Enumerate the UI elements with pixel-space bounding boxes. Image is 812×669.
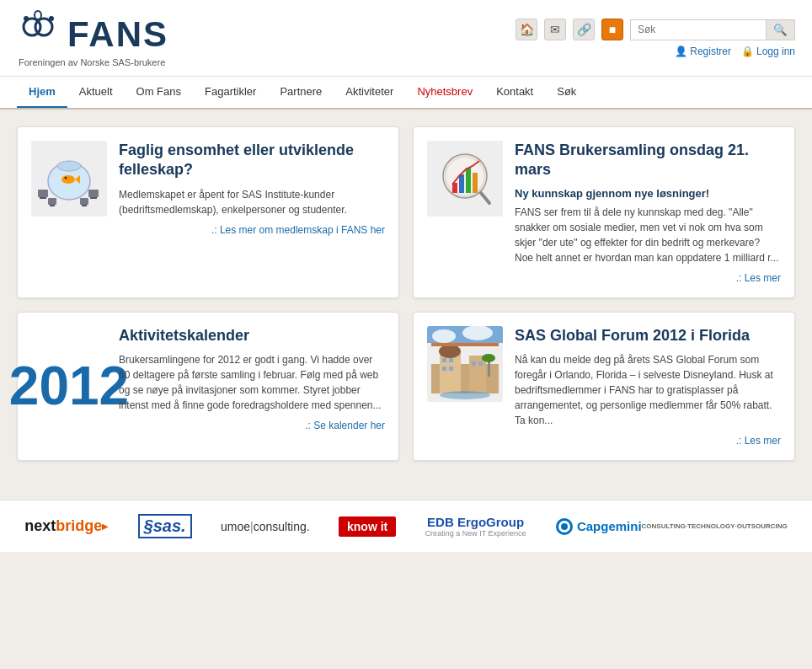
sponsor-nextbridge[interactable]: nextbridge ▶: [24, 517, 109, 535]
nav-link-partnere[interactable]: Partnere: [268, 77, 334, 106]
logo-tagline: Foreningen av Norske SAS-brukere: [19, 57, 168, 67]
login-link[interactable]: 🔒 Logg inn: [741, 45, 795, 57]
card-brukersamling-body: FANS Brukersamling onsdag 21. mars Ny ku…: [515, 141, 781, 284]
sponsor-capgemini[interactable]: Capgemini CONSULTING·TECHNOLOGY·OUTSOURC…: [555, 517, 788, 536]
card-aktivitetskalender-year: 2012: [31, 326, 107, 447]
nav-link-nyhetsbrev[interactable]: Nyhetsbrev: [405, 77, 484, 106]
sponsors-bar: nextbridge ▶ §sas. umoe|consulting. know…: [0, 500, 812, 552]
nav-item-sok: Søk: [545, 77, 588, 108]
logo-icon: [17, 8, 61, 61]
svg-rect-22: [466, 168, 471, 193]
nav-item-hjem: Hjem: [17, 77, 67, 108]
nav-link-aktiviteter[interactable]: Aktiviteter: [334, 77, 405, 106]
card-global-forum-body: SAS Global Forum 2012 i Florida Nå kan d…: [515, 326, 781, 447]
svg-rect-34: [472, 361, 476, 366]
sponsor-umoe[interactable]: umoe|consulting.: [221, 520, 310, 533]
logo: FANS: [17, 8, 168, 61]
svg-point-41: [440, 391, 490, 399]
nav-link-hjem[interactable]: Hjem: [17, 77, 67, 108]
nav-item-kontakt: Kontakt: [484, 77, 545, 108]
svg-rect-11: [40, 197, 46, 199]
cards-grid: Faglig ensomhet eller utviklende fellesk…: [17, 126, 795, 461]
svg-rect-36: [488, 360, 490, 377]
card-aktivitetskalender-title: Aktivitetskalender: [119, 326, 385, 345]
svg-rect-23: [473, 173, 478, 193]
card-aktivitetskalender-link[interactable]: .: Se kalender her: [119, 420, 385, 431]
nav-link-omfans[interactable]: Om Fans: [125, 77, 193, 106]
card-aktivitetskalender-body: Aktivitetskalender Brukersamlingene for …: [119, 326, 385, 447]
card-membership-text: Medlemskapet er åpent for SAS Institute-…: [119, 187, 385, 217]
rss-icon[interactable]: ■: [601, 19, 623, 40]
card-global-forum: SAS Global Forum 2012 i Florida Nå kan d…: [413, 312, 795, 461]
card-membership-image: [31, 141, 107, 217]
sitemap-icon[interactable]: 🔗: [573, 19, 595, 40]
svg-rect-13: [90, 197, 97, 199]
header: FANS Foreningen av Norske SAS-brukere 🏠 …: [0, 0, 812, 77]
svg-point-19: [446, 158, 483, 195]
card-global-forum-link[interactable]: .: Les mer: [515, 435, 781, 447]
svg-line-24: [481, 193, 489, 203]
home-icon[interactable]: 🏠: [516, 19, 537, 40]
svg-rect-35: [478, 361, 483, 366]
nav-link-sok[interactable]: Søk: [545, 77, 588, 106]
navigation: Hjem Aktuelt Om Fans Fagartikler Partner…: [0, 77, 812, 110]
nav-link-fagartikler[interactable]: Fagartikler: [193, 77, 268, 106]
svg-point-3: [49, 16, 54, 21]
email-icon[interactable]: ✉: [544, 19, 566, 40]
svg-point-1: [35, 19, 52, 35]
card-brukersamling-text: FANS ser frem til å dele ny kunnskap med…: [515, 205, 781, 265]
logo-text-label: FANS: [67, 14, 168, 55]
nav-link-kontakt[interactable]: Kontakt: [484, 77, 545, 106]
main-content: Faglig ensomhet eller utviklende fellesk…: [0, 110, 812, 491]
nav-item-partnere: Partnere: [268, 77, 334, 108]
svg-point-7: [61, 175, 75, 184]
card-global-forum-image: [427, 326, 503, 402]
login-icon: 🔒: [741, 45, 754, 57]
svg-point-39: [432, 329, 456, 343]
svg-rect-33: [449, 367, 453, 371]
card-membership-link[interactable]: .: Les mer om medlemskap i FANS her: [119, 224, 385, 236]
svg-point-6: [57, 161, 81, 171]
register-icon: 👤: [675, 45, 687, 57]
svg-rect-27: [469, 356, 486, 393]
svg-rect-16: [80, 198, 88, 205]
svg-point-9: [65, 177, 67, 179]
card-brukersamling-title: FANS Brukersamling onsdag 21. mars: [515, 141, 781, 180]
auth-links: 👤 Registrer 🔒 Logg inn: [675, 45, 795, 57]
card-global-forum-title: SAS Global Forum 2012 i Florida: [515, 326, 781, 345]
nav-item-aktuelt: Aktuelt: [67, 77, 125, 108]
nav-item-aktiviteter: Aktiviteter: [334, 77, 405, 108]
card-membership: Faglig ensomhet eller utviklende fellesk…: [17, 126, 399, 298]
svg-rect-14: [48, 198, 56, 205]
search-box: 🔍: [630, 19, 795, 40]
nav-link-aktuelt[interactable]: Aktuelt: [67, 77, 125, 106]
sponsor-knowit[interactable]: know it: [339, 516, 396, 537]
svg-rect-10: [38, 190, 48, 197]
search-input[interactable]: [631, 20, 766, 39]
svg-point-44: [561, 523, 568, 530]
svg-rect-29: [431, 343, 499, 346]
nav-item-omfans: Om Fans: [125, 77, 193, 108]
card-aktivitetskalender: 2012 Aktivitetskalender Brukersamlingene…: [17, 312, 399, 461]
card-brukersamling-link[interactable]: .: Les mer: [515, 272, 781, 284]
svg-rect-32: [442, 367, 446, 371]
card-aktivitetskalender-text: Brukersamlingene for 2012 er godt i gang…: [119, 352, 385, 413]
header-right: 🏠 ✉ 🔗 ■ 🔍 👤 Registrer 🔒 Logg inn: [516, 19, 795, 57]
nav-list: Hjem Aktuelt Om Fans Fagartikler Partner…: [17, 77, 795, 108]
search-button[interactable]: 🔍: [766, 20, 794, 40]
register-label: Registrer: [690, 45, 731, 57]
register-link[interactable]: 👤 Registrer: [675, 45, 731, 57]
sponsor-sas[interactable]: §sas.: [138, 514, 192, 538]
header-icons: 🏠 ✉ 🔗 ■: [516, 19, 623, 40]
card-global-forum-text: Nå kan du melde deg på årets SAS Global …: [515, 352, 781, 428]
card-brukersamling: FANS Brukersamling onsdag 21. mars Ny ku…: [413, 126, 795, 298]
login-label: Logg inn: [756, 45, 795, 57]
card-brukersamling-image: [427, 141, 503, 217]
svg-point-2: [24, 16, 29, 21]
card-membership-title: Faglig ensomhet eller utviklende fellesk…: [119, 141, 385, 180]
svg-point-28: [439, 345, 461, 358]
svg-rect-21: [459, 174, 464, 193]
sponsor-edb[interactable]: EDB ErgoGroup Creating a New IT Experien…: [425, 515, 526, 538]
card-membership-body: Faglig ensomhet eller utviklende fellesk…: [119, 141, 385, 284]
svg-rect-15: [50, 205, 55, 206]
